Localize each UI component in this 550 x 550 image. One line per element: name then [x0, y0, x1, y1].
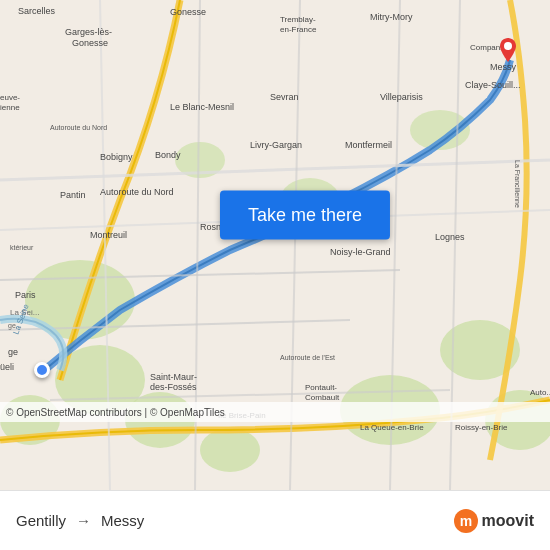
svg-text:Sevran: Sevran	[270, 92, 299, 102]
svg-text:Tremblay-: Tremblay-	[280, 15, 316, 24]
route-to: Messy	[101, 512, 144, 529]
route-arrow: →	[76, 512, 91, 529]
svg-text:Bobigny: Bobigny	[100, 152, 133, 162]
take-me-there-button[interactable]: Take me there	[220, 191, 390, 240]
attribution-text: © OpenStreetMap contributors | © OpenMap…	[6, 407, 225, 418]
svg-text:Gonesse: Gonesse	[72, 38, 108, 48]
svg-text:des-Fossés: des-Fossés	[150, 382, 197, 392]
svg-text:Claye-Souill...: Claye-Souill...	[465, 80, 521, 90]
svg-text:Sarcelles: Sarcelles	[18, 6, 56, 16]
svg-text:Noisy-le-Grand: Noisy-le-Grand	[330, 247, 391, 257]
svg-text:Le Blanc-Mesnil: Le Blanc-Mesnil	[170, 102, 234, 112]
svg-text:euve-: euve-	[0, 93, 20, 102]
route-from: Gentilly	[16, 512, 66, 529]
svg-text:Pantin: Pantin	[60, 190, 86, 200]
svg-text:La Francilienne: La Francilienne	[514, 160, 521, 208]
map-attribution: © OpenStreetMap contributors | © OpenMap…	[0, 402, 550, 422]
svg-text:Autoroute du Nord: Autoroute du Nord	[100, 187, 174, 197]
origin-marker	[34, 362, 50, 378]
svg-text:Villeparisis: Villeparisis	[380, 92, 423, 102]
svg-text:Paris: Paris	[15, 290, 36, 300]
svg-text:Roissy-en-Brie: Roissy-en-Brie	[455, 423, 508, 432]
svg-text:Auto...: Auto...	[530, 388, 550, 397]
map: Sarcelles Garges-lès- Gonesse Gonesse Tr…	[0, 0, 550, 490]
svg-text:Lognes: Lognes	[435, 232, 465, 242]
svg-text:La Queue-en-Brie: La Queue-en-Brie	[360, 423, 424, 432]
svg-text:Mitry-Mory: Mitry-Mory	[370, 12, 413, 22]
moovit-brand-text: moovit	[482, 512, 534, 530]
moovit-logo: m moovit	[454, 509, 534, 533]
svg-text:en-France: en-France	[280, 25, 317, 34]
svg-text:Bondy: Bondy	[155, 150, 181, 160]
svg-text:ktérieur: ktérieur	[10, 244, 34, 251]
svg-text:Autoroute de l'Est: Autoroute de l'Est	[280, 354, 335, 361]
svg-text:üeli: üeli	[0, 362, 14, 372]
svg-text:ge: ge	[8, 347, 18, 357]
svg-text:Saint-Maur-: Saint-Maur-	[150, 372, 197, 382]
svg-point-5	[200, 428, 260, 472]
moovit-icon: m	[454, 509, 478, 533]
bottom-bar: Gentilly → Messy m moovit	[0, 490, 550, 550]
svg-text:Montreuil: Montreuil	[90, 230, 127, 240]
svg-text:Pontault-: Pontault-	[305, 383, 337, 392]
svg-text:Garges-lès-: Garges-lès-	[65, 27, 112, 37]
svg-text:Gonesse: Gonesse	[170, 7, 206, 17]
svg-text:ienne: ienne	[0, 103, 20, 112]
svg-text:Combault: Combault	[305, 393, 340, 402]
svg-text:Autoroute du Nord: Autoroute du Nord	[50, 124, 107, 131]
svg-text:m: m	[459, 513, 471, 529]
svg-point-66	[504, 42, 512, 50]
svg-text:Livry-Gargan: Livry-Gargan	[250, 140, 302, 150]
svg-text:Montfermeil: Montfermeil	[345, 140, 392, 150]
destination-marker	[496, 38, 520, 70]
